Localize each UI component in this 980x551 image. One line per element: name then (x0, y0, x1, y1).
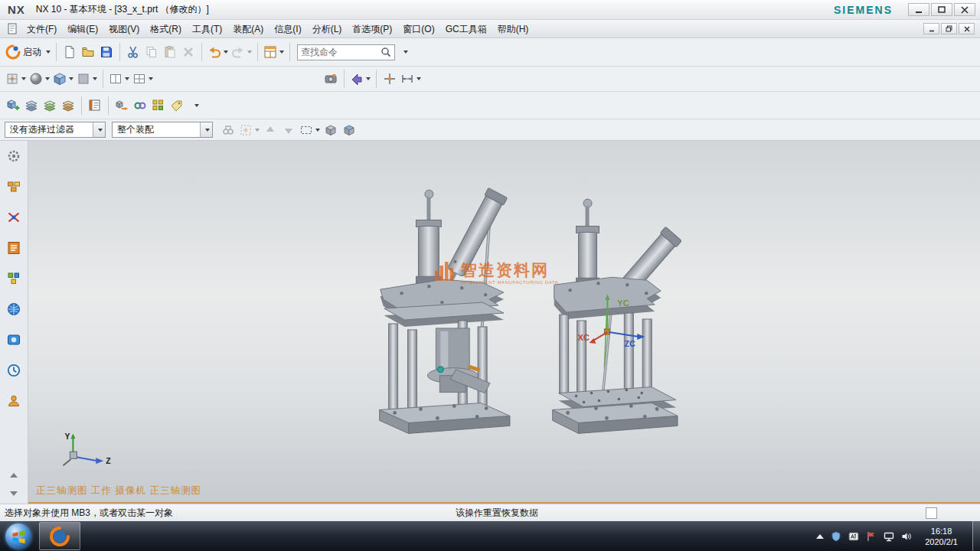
tray-flag-icon[interactable] (866, 531, 877, 542)
resource-scroll-up-button[interactable] (4, 470, 24, 481)
snap-point-button[interactable] (381, 69, 399, 89)
window-close-button[interactable] (954, 3, 975, 16)
layout-window-button[interactable] (131, 69, 155, 89)
window-maximize-button[interactable] (931, 3, 952, 16)
main-area: YC XC ZC Y Z (0, 141, 980, 504)
split-window-button[interactable] (107, 69, 131, 89)
find-in-navigator-button[interactable] (219, 120, 237, 140)
graphics-viewport[interactable]: YC XC ZC Y Z (28, 141, 980, 504)
menu-edit[interactable]: 编辑(E) (62, 21, 103, 37)
start-button[interactable] (5, 523, 31, 549)
tray-security-icon[interactable] (831, 531, 841, 542)
annotation-button[interactable] (168, 96, 186, 116)
cut-button[interactable] (124, 42, 142, 62)
combo-arrow[interactable] (93, 122, 105, 137)
view-orient-button[interactable] (4, 69, 28, 89)
pattern-component-button[interactable] (149, 96, 168, 116)
visual-effects-button[interactable] (322, 69, 340, 89)
move-component-button[interactable] (113, 96, 131, 116)
model-left-assembly[interactable] (380, 187, 510, 433)
delete-button[interactable] (179, 42, 198, 62)
menu-assemblies[interactable]: 装配(A) (227, 21, 269, 37)
child-close-button[interactable] (959, 23, 975, 34)
triad-z-label: Z (106, 457, 111, 465)
find-command-dropdown[interactable] (395, 42, 413, 62)
move-component-icon (114, 98, 129, 113)
taskbar-clock[interactable]: 16:18 2020/2/1 (925, 526, 958, 547)
layer-category-button[interactable] (59, 96, 77, 116)
right-vertical-cylinder[interactable] (577, 199, 599, 285)
undo-icon (207, 45, 221, 59)
menu-view[interactable]: 视图(V) (103, 21, 145, 37)
combo-arrow[interactable] (200, 122, 212, 137)
menu-information[interactable]: 信息(I) (269, 21, 306, 37)
menu-preferences[interactable]: 首选项(P) (347, 21, 397, 37)
start-menu-button[interactable]: 启动 (4, 42, 52, 62)
highlight-shaded-button[interactable] (322, 120, 340, 140)
marquee-select-button[interactable] (298, 120, 322, 140)
layer-visible-icon (42, 98, 57, 113)
separator (81, 96, 82, 115)
select-previous-button[interactable] (261, 120, 279, 140)
dimension-button[interactable] (399, 69, 423, 89)
child-restore-button[interactable] (941, 23, 957, 34)
taskbar-nx-button[interactable] (39, 522, 80, 550)
roles-gear-button[interactable] (4, 146, 24, 166)
chevron-down-icon (255, 129, 260, 132)
reuse-library-button[interactable] (4, 269, 24, 289)
system-tray: 16:18 2020/2/1 (816, 521, 980, 551)
window-minimize-button[interactable] (908, 3, 929, 16)
resource-scroll-down-button[interactable] (4, 488, 24, 499)
menu-format[interactable]: 格式(R) (145, 21, 187, 37)
background-button[interactable] (75, 69, 99, 89)
process-studio-button[interactable] (4, 391, 24, 411)
save-button[interactable] (97, 42, 116, 62)
menu-gc-toolbox[interactable]: GC工具箱 (440, 21, 492, 37)
layer-visible-button[interactable] (41, 96, 59, 116)
assemblies-more-dropdown[interactable] (186, 96, 204, 116)
tray-hidden-icons-button[interactable] (816, 534, 824, 539)
menu-tools[interactable]: 工具(T) (187, 21, 227, 37)
render-style-button[interactable] (28, 69, 51, 89)
tray-network-icon[interactable] (884, 531, 894, 542)
add-component-button[interactable] (4, 96, 22, 116)
assembly-constraints-button[interactable] (131, 96, 149, 116)
report-button[interactable] (86, 96, 104, 116)
highlight-face-button[interactable] (340, 120, 358, 140)
open-file-button[interactable] (79, 42, 97, 62)
find-command-input[interactable] (301, 47, 381, 57)
selection-scope-combo[interactable]: 整个装配 (112, 122, 213, 138)
show-hide-button[interactable] (348, 69, 372, 89)
selection-filter-combo[interactable]: 没有选择过滤器 (5, 122, 106, 138)
menu-help[interactable]: 帮助(H) (492, 21, 534, 37)
part-navigator-button[interactable] (4, 238, 24, 258)
hd3d-tools-button[interactable] (4, 330, 24, 350)
select-next-button[interactable] (279, 120, 298, 140)
tray-volume-icon[interactable] (901, 531, 912, 542)
model-right-assembly[interactable] (553, 199, 682, 433)
view-cube-button[interactable] (51, 69, 75, 89)
status-page-icon[interactable] (926, 507, 937, 519)
constraint-navigator-button[interactable] (4, 207, 24, 227)
layer-settings-button[interactable] (22, 96, 41, 116)
internet-explorer-button[interactable] (4, 299, 24, 319)
history-button[interactable] (4, 360, 24, 380)
cut-icon (126, 45, 140, 59)
redo-button[interactable] (230, 42, 253, 62)
model-canvas[interactable]: YC XC ZC Y Z (28, 141, 980, 502)
assembly-navigator-button[interactable] (4, 177, 24, 197)
separator (108, 96, 109, 115)
show-desktop-button[interactable] (972, 521, 980, 551)
select-within-button[interactable] (237, 120, 261, 140)
chevron-down-icon (205, 129, 210, 132)
window-layout-button[interactable] (262, 42, 286, 62)
menu-file[interactable]: 文件(F) (21, 21, 62, 37)
paste-button[interactable] (161, 42, 179, 62)
tray-ime-icon[interactable] (848, 531, 859, 542)
menu-analysis[interactable]: 分析(L) (307, 21, 348, 37)
undo-button[interactable] (206, 42, 230, 62)
new-file-button[interactable] (60, 42, 79, 62)
copy-button[interactable] (142, 42, 161, 62)
menu-window[interactable]: 窗口(O) (397, 21, 439, 37)
child-minimize-button[interactable] (923, 23, 939, 34)
